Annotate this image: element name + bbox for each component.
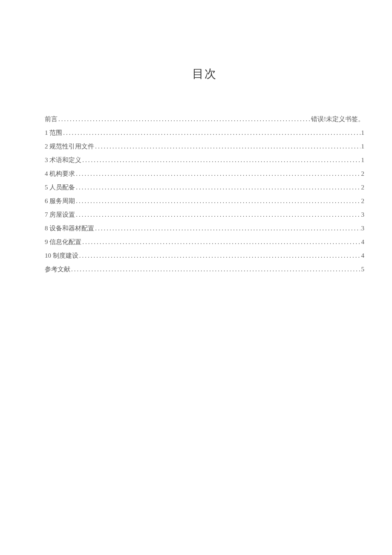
toc-entry: 8 设备和器材配置 3 — [45, 221, 364, 235]
toc-label: 参考文献 — [45, 262, 70, 276]
page-container: 目次 前言 错误!未定义书签。 1 范围 1 2 规范性引用文件 1 3 术语和… — [0, 0, 392, 276]
toc-leader — [76, 167, 360, 180]
toc-page: 1 — [361, 139, 365, 153]
toc-label: 6 服务周期 — [45, 194, 75, 208]
toc-page: 1 — [361, 126, 365, 139]
toc-leader — [58, 112, 310, 126]
toc-page: 2 — [361, 167, 365, 180]
toc-entry: 6 服务周期 2 — [45, 194, 364, 208]
toc-leader — [76, 194, 360, 208]
toc-label: 1 范围 — [45, 126, 62, 139]
toc-page: 4 — [361, 249, 365, 262]
toc-label: 4 机构要求 — [45, 167, 75, 180]
toc-label: 2 规范性引用文件 — [45, 139, 94, 153]
toc-entry: 前言 错误!未定义书签。 — [45, 112, 364, 126]
toc-label: 3 术语和定义 — [45, 153, 81, 167]
toc-page: 4 — [361, 235, 365, 249]
toc-entry: 4 机构要求 2 — [45, 167, 364, 180]
toc-label: 10 制度建设 — [45, 249, 78, 262]
toc-entry: 2 规范性引用文件 1 — [45, 139, 364, 153]
toc-page: 3 — [361, 221, 365, 235]
toc-leader — [76, 208, 360, 221]
toc-leader — [82, 235, 360, 249]
toc-entry: 10 制度建设 4 — [45, 249, 364, 262]
toc-page: 1 — [361, 153, 365, 167]
toc-leader — [71, 262, 360, 276]
toc-entry: 3 术语和定义 1 — [45, 153, 364, 167]
toc-leader — [79, 249, 360, 262]
toc-leader — [76, 180, 360, 194]
toc-label: 9 信息化配置 — [45, 235, 81, 249]
toc-entry: 9 信息化配置 4 — [45, 235, 364, 249]
toc-entry: 1 范围 1 — [45, 126, 364, 139]
toc-list: 前言 错误!未定义书签。 1 范围 1 2 规范性引用文件 1 3 术语和定义 … — [45, 112, 364, 276]
toc-page: 2 — [361, 180, 365, 194]
toc-label: 前言 — [45, 112, 58, 126]
toc-page: 3 — [361, 208, 365, 221]
toc-label: 8 设备和器材配置 — [45, 221, 94, 235]
toc-page: 2 — [361, 194, 365, 208]
toc-page: 5 — [361, 262, 365, 276]
toc-leader — [63, 126, 360, 139]
toc-title: 目次 — [45, 66, 364, 81]
toc-leader — [95, 221, 360, 235]
toc-label: 5 人员配备 — [45, 180, 75, 194]
toc-leader — [82, 153, 360, 167]
toc-label: 7 房屋设置 — [45, 208, 75, 221]
toc-entry: 5 人员配备 2 — [45, 180, 364, 194]
toc-entry: 参考文献 5 — [45, 262, 364, 276]
toc-leader — [95, 139, 360, 153]
toc-entry: 7 房屋设置 3 — [45, 208, 364, 221]
toc-page: 错误!未定义书签。 — [311, 112, 364, 126]
